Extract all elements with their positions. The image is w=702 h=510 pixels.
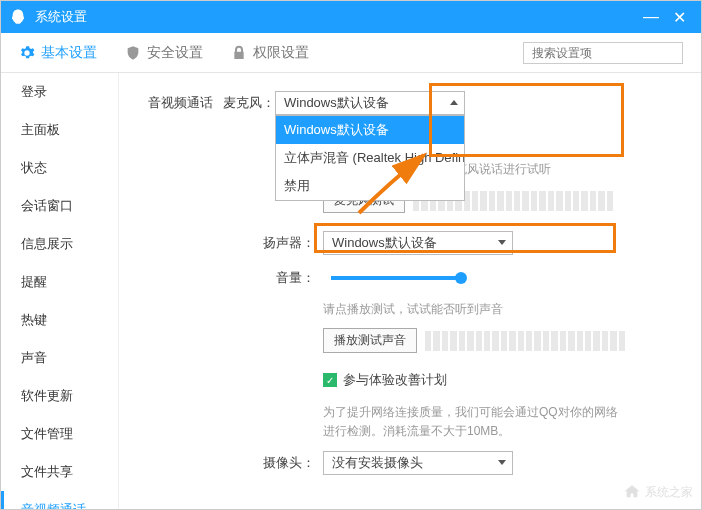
mic-dropdown: Windows默认设备立体声混音 (Realtek High Definitio… xyxy=(275,115,465,201)
sidebar-item-9[interactable]: 文件管理 xyxy=(1,415,118,453)
camera-label: 摄像头： xyxy=(255,454,315,472)
sidebar-item-11[interactable]: 音视频通话 xyxy=(1,491,118,509)
improve-checkbox[interactable]: ✓ xyxy=(323,373,337,387)
mic-option-2[interactable]: 禁用 xyxy=(276,172,464,200)
tab-security-label: 安全设置 xyxy=(147,44,203,62)
sidebar-item-8[interactable]: 软件更新 xyxy=(1,377,118,415)
tab-permission[interactable]: 权限设置 xyxy=(231,44,309,62)
camera-select-value: 没有安装摄像头 xyxy=(332,455,423,470)
mic-select-value: Windows默认设备 xyxy=(284,95,389,110)
tab-security[interactable]: 安全设置 xyxy=(125,44,203,62)
sidebar: 登录主面板状态会话窗口信息展示提醒热键声音软件更新文件管理文件共享音视频通话 xyxy=(1,73,119,509)
close-button[interactable]: ✕ xyxy=(665,8,693,27)
watermark: 系统之家 xyxy=(623,483,693,501)
sidebar-item-0[interactable]: 登录 xyxy=(1,73,118,111)
mic-option-0[interactable]: Windows默认设备 xyxy=(276,116,464,144)
sidebar-item-2[interactable]: 状态 xyxy=(1,149,118,187)
speaker-level-bars xyxy=(425,331,625,351)
mic-option-1[interactable]: 立体声混音 (Realtek High Definition xyxy=(276,144,464,172)
speaker-volume-label: 音量： xyxy=(255,269,315,287)
camera-select[interactable]: 没有安装摄像头 xyxy=(323,451,513,475)
chevron-down-icon xyxy=(498,240,506,245)
speaker-test-button[interactable]: 播放测试声音 xyxy=(323,328,417,353)
improve-label: 参与体验改善计划 xyxy=(343,371,447,389)
sidebar-item-5[interactable]: 提醒 xyxy=(1,263,118,301)
mic-label: 麦克风： xyxy=(223,94,275,112)
tab-basic[interactable]: 基本设置 xyxy=(19,44,97,62)
home-icon xyxy=(623,483,641,501)
content-pane: 音视频通话 麦克风： Windows默认设备 Windows默认设备立体声混音 … xyxy=(119,73,701,509)
section-label: 音视频通话 xyxy=(147,94,213,112)
search-box[interactable] xyxy=(523,42,683,64)
mic-select[interactable]: Windows默认设备 Windows默认设备立体声混音 (Realtek Hi… xyxy=(275,91,465,115)
minimize-button[interactable]: — xyxy=(637,8,665,26)
sidebar-item-7[interactable]: 声音 xyxy=(1,339,118,377)
sidebar-item-1[interactable]: 主面板 xyxy=(1,111,118,149)
chevron-down-icon xyxy=(498,460,506,465)
sidebar-item-4[interactable]: 信息展示 xyxy=(1,225,118,263)
improve-desc: 为了提升网络连接质量，我们可能会通过QQ对你的网络进行检测。消耗流量不大于10M… xyxy=(323,403,623,441)
tab-basic-label: 基本设置 xyxy=(41,44,97,62)
sidebar-item-3[interactable]: 会话窗口 xyxy=(1,187,118,225)
gear-icon xyxy=(19,45,35,61)
tab-permission-label: 权限设置 xyxy=(253,44,309,62)
chevron-up-icon xyxy=(450,100,458,105)
speaker-tip: 请点播放测试，试试能否听到声音 xyxy=(323,301,677,318)
app-logo-icon xyxy=(9,8,27,26)
speaker-volume-slider[interactable] xyxy=(331,276,461,280)
sidebar-item-10[interactable]: 文件共享 xyxy=(1,453,118,491)
lock-icon xyxy=(231,45,247,61)
speaker-select[interactable]: Windows默认设备 xyxy=(323,231,513,255)
shield-icon xyxy=(125,45,141,61)
speaker-label: 扬声器： xyxy=(255,234,315,252)
search-input[interactable] xyxy=(532,46,682,60)
sidebar-item-6[interactable]: 热键 xyxy=(1,301,118,339)
window-title: 系统设置 xyxy=(35,8,637,26)
speaker-select-value: Windows默认设备 xyxy=(332,235,437,250)
